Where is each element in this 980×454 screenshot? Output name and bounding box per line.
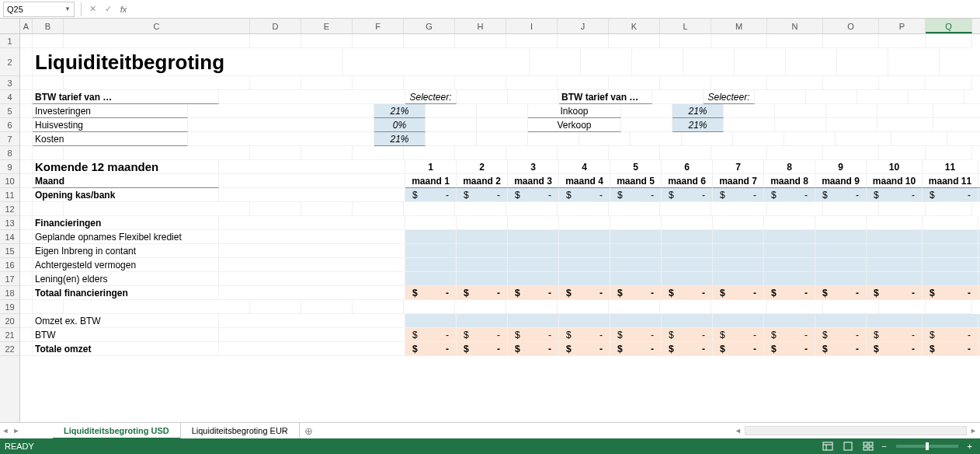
cell-M3[interactable]: [711, 76, 767, 90]
cell-F8[interactable]: [353, 146, 404, 160]
row-header-11[interactable]: 11: [0, 188, 19, 202]
cell-Q8[interactable]: [926, 146, 972, 160]
cell-E6[interactable]: [426, 118, 477, 132]
cell-N14[interactable]: [923, 230, 978, 244]
cell-H21[interactable]: $-: [610, 328, 662, 342]
cell-L16[interactable]: [815, 258, 867, 272]
cell-I22[interactable]: $-: [662, 342, 713, 356]
cell-J17[interactable]: [713, 272, 764, 286]
cell-L21[interactable]: $-: [815, 328, 867, 342]
cell-K3[interactable]: [609, 76, 660, 90]
cell-M10[interactable]: maand 10: [867, 174, 923, 188]
cell-B19[interactable]: [33, 300, 64, 314]
cell-E17[interactable]: [457, 272, 508, 286]
cell-K8[interactable]: [609, 146, 660, 160]
cell-C6[interactable]: [188, 118, 374, 132]
cell-M1[interactable]: [711, 34, 767, 48]
cell-Q12[interactable]: [926, 202, 972, 216]
cell-H11[interactable]: $-: [610, 188, 662, 202]
cell-G16[interactable]: [559, 258, 610, 272]
cell-N22[interactable]: $-: [923, 342, 978, 356]
cell-B16[interactable]: Achtergesteld vermogen: [33, 258, 219, 272]
cell-K16[interactable]: [764, 258, 815, 272]
cell-I15[interactable]: [662, 244, 713, 258]
cell-Q19[interactable]: [926, 300, 972, 314]
row-header-15[interactable]: 15: [0, 244, 19, 258]
cell-G14[interactable]: [559, 230, 610, 244]
cell-I4[interactable]: Selecteer:: [704, 90, 755, 104]
col-header-C[interactable]: C: [64, 19, 250, 33]
cell-A16[interactable]: [20, 258, 33, 272]
cell-H8[interactable]: [455, 146, 506, 160]
cell-O8[interactable]: [823, 146, 879, 160]
add-sheet-icon[interactable]: ⊕: [300, 425, 318, 437]
cell-L20[interactable]: [815, 314, 867, 328]
cell-P3[interactable]: [879, 76, 926, 90]
cell-H7[interactable]: [579, 132, 631, 146]
cell-F20[interactable]: [508, 314, 559, 328]
cell-N1[interactable]: [767, 34, 823, 48]
cell-F11[interactable]: $-: [508, 188, 559, 202]
cell-L2[interactable]: [940, 48, 980, 76]
cell-N7[interactable]: [891, 132, 947, 146]
cell-H20[interactable]: [610, 314, 662, 328]
cell-I14[interactable]: [662, 230, 713, 244]
formula-input[interactable]: [131, 2, 980, 17]
cell-D15[interactable]: [405, 244, 457, 258]
col-header-M[interactable]: M: [711, 19, 767, 33]
col-header-Q[interactable]: Q: [926, 19, 972, 33]
cell-J12[interactable]: [558, 202, 609, 216]
cell-B12[interactable]: [33, 202, 64, 216]
cell-G7[interactable]: [528, 132, 579, 146]
cell-E7[interactable]: [426, 132, 477, 146]
cell-H22[interactable]: $-: [610, 342, 662, 356]
cell-C10[interactable]: [219, 174, 405, 188]
row-header-1[interactable]: 1: [0, 34, 19, 48]
col-header-P[interactable]: P: [879, 19, 926, 33]
cell-K2[interactable]: [888, 48, 940, 76]
cell-B5[interactable]: Investeringen: [33, 104, 188, 118]
cell-I13[interactable]: [662, 216, 713, 230]
cell-Q1[interactable]: [926, 34, 972, 48]
cell-D2[interactable]: [530, 48, 581, 76]
cell-F14[interactable]: [508, 230, 559, 244]
cell-D5[interactable]: 21%: [374, 104, 426, 118]
cell-B13[interactable]: Financieringen: [33, 216, 219, 230]
cell-N12[interactable]: [767, 202, 823, 216]
cell-C14[interactable]: [219, 230, 405, 244]
normal-view-icon[interactable]: [818, 440, 837, 452]
row-header-22[interactable]: 22: [0, 342, 19, 356]
cell-K21[interactable]: $-: [764, 328, 815, 342]
cell-D12[interactable]: [250, 202, 301, 216]
cell-C2[interactable]: [343, 48, 530, 76]
cell-D17[interactable]: [405, 272, 457, 286]
cell-C3[interactable]: [64, 76, 250, 90]
cell-J10[interactable]: maand 7: [713, 174, 764, 188]
cell-A8[interactable]: [20, 146, 33, 160]
cell-L10[interactable]: maand 9: [815, 174, 867, 188]
cell-D8[interactable]: [250, 146, 301, 160]
row-header-6[interactable]: 6: [0, 118, 19, 132]
col-header-B[interactable]: B: [33, 19, 64, 33]
cell-D14[interactable]: [405, 230, 457, 244]
cell-P8[interactable]: [879, 146, 926, 160]
cell-F5[interactable]: [477, 104, 528, 118]
row-header-4[interactable]: 4: [0, 90, 19, 104]
cell-F12[interactable]: [353, 202, 404, 216]
cell-G3[interactable]: [404, 76, 455, 90]
cell-C22[interactable]: [219, 342, 405, 356]
cell-M5[interactable]: [877, 104, 933, 118]
cell-F13[interactable]: [508, 216, 559, 230]
cell-P19[interactable]: [879, 300, 926, 314]
cell-N13[interactable]: [923, 216, 978, 230]
row-header-7[interactable]: 7: [0, 132, 19, 146]
cell-D9[interactable]: 1: [405, 160, 457, 174]
cell-A6[interactable]: [20, 118, 33, 132]
cell-F1[interactable]: [353, 34, 404, 48]
cell-J18[interactable]: $-: [713, 286, 764, 300]
cell-F9[interactable]: 3: [508, 160, 559, 174]
cell-C4[interactable]: [219, 90, 405, 104]
cell-E9[interactable]: 2: [457, 160, 508, 174]
col-header-H[interactable]: H: [455, 19, 506, 33]
cell-A3[interactable]: [20, 76, 33, 90]
